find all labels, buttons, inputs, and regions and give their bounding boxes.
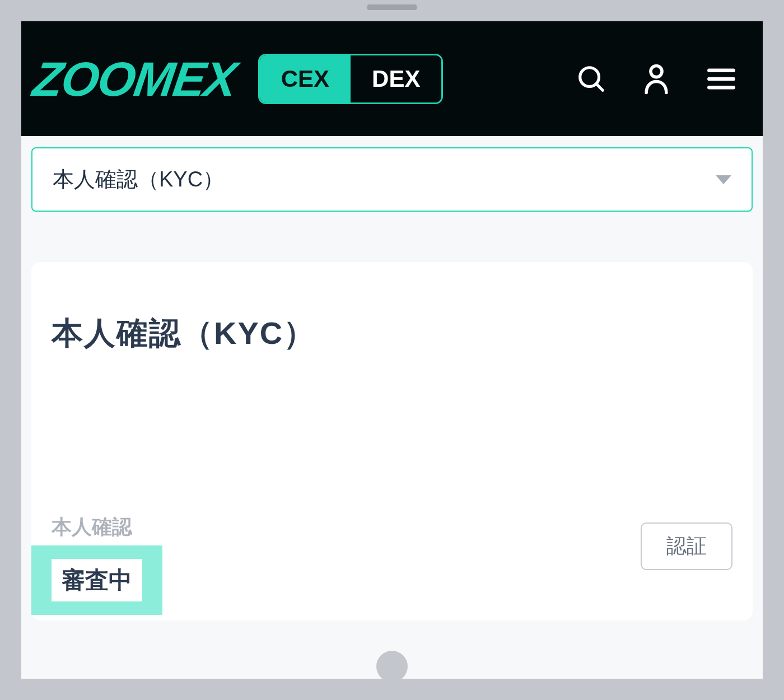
status-highlight: 審査中 [31, 545, 162, 615]
status-label: 本人確認 [31, 514, 162, 541]
home-button[interactable] [376, 651, 408, 679]
chevron-down-icon [716, 175, 731, 184]
tablet-notch [367, 4, 417, 10]
verify-button[interactable]: 認証 [641, 522, 732, 570]
toggle-cex[interactable]: CEX [260, 55, 351, 102]
menu-icon[interactable] [705, 63, 738, 95]
svg-line-1 [596, 84, 603, 90]
app-header: ZOOMEX CEX DEX [21, 21, 763, 136]
status-section: 本人確認 審査中 [31, 514, 162, 615]
dropdown-label: 本人確認（KYC） [53, 165, 224, 194]
tablet-frame: ZOOMEX CEX DEX [0, 0, 784, 700]
toggle-dex[interactable]: DEX [351, 55, 441, 102]
content-area: 本人確認（KYC） 本人確認（KYC） 本人確認 審査中 認証 [21, 136, 763, 620]
card-bottom-row: 本人確認 審査中 認証 [31, 514, 732, 615]
svg-point-2 [651, 66, 662, 77]
user-icon[interactable] [640, 63, 673, 95]
kyc-dropdown[interactable]: 本人確認（KYC） [31, 147, 753, 212]
app-screen: ZOOMEX CEX DEX [21, 21, 763, 679]
logo[interactable]: ZOOMEX [30, 55, 239, 103]
kyc-card: 本人確認（KYC） 本人確認 審査中 認証 [31, 262, 753, 620]
search-icon[interactable] [575, 63, 608, 95]
exchange-toggle: CEX DEX [258, 54, 444, 104]
status-badge: 審査中 [52, 559, 142, 601]
card-title: 本人確認（KYC） [52, 312, 732, 355]
header-icons [575, 63, 738, 95]
